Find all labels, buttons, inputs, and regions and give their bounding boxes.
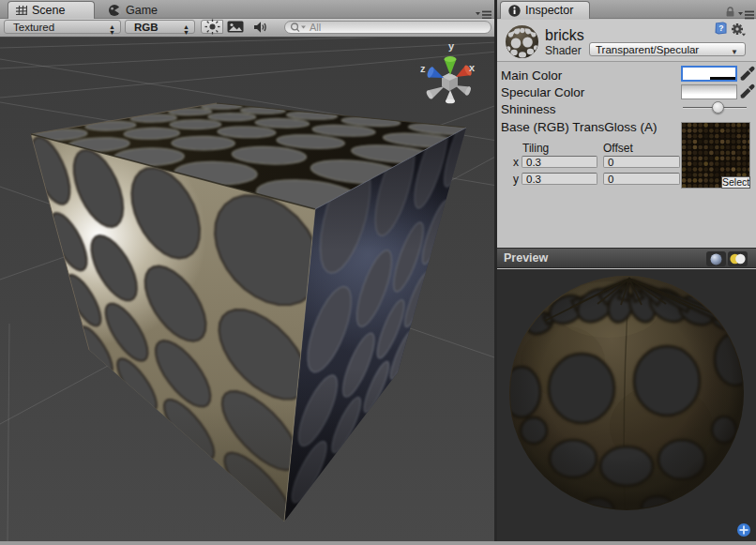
svg-text:?: ? <box>718 23 723 33</box>
svg-text:z: z <box>420 63 426 74</box>
svg-text:x: x <box>469 62 476 73</box>
svg-text:y: y <box>448 40 455 52</box>
